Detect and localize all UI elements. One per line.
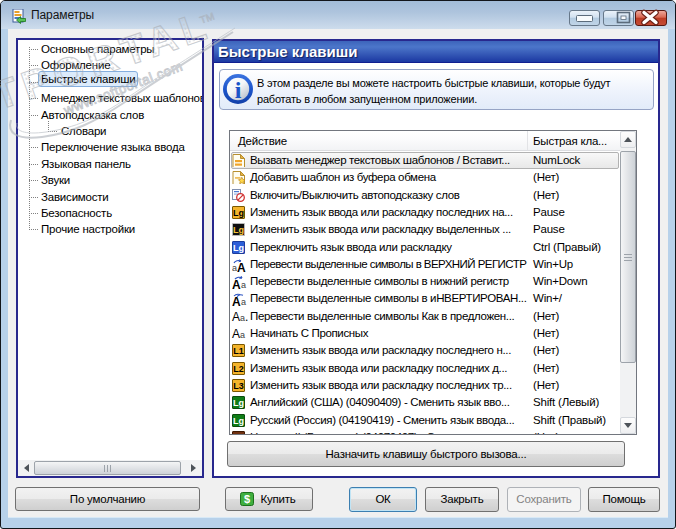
svg-text:а: а [241,297,246,307]
svg-text:i: i [235,77,242,103]
svg-text:$: $ [244,493,250,505]
svg-text:А: А [232,295,241,308]
svg-text:а: а [241,280,246,290]
